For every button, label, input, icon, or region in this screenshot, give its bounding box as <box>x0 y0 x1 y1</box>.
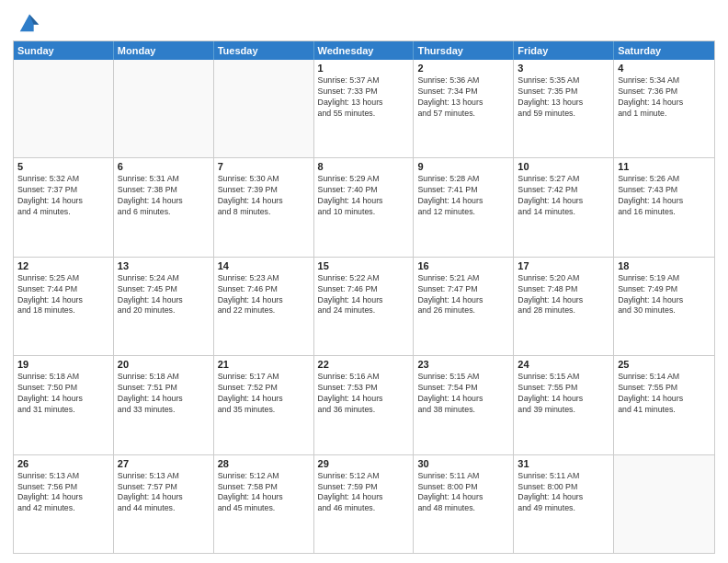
day-number: 18 <box>618 260 711 271</box>
page: SundayMondayTuesdayWednesdayThursdayFrid… <box>0 0 728 563</box>
calendar-header: SundayMondayTuesdayWednesdayThursdayFrid… <box>14 41 714 60</box>
calendar-row: 1Sunrise: 5:37 AM Sunset: 7:33 PM Daylig… <box>14 60 714 157</box>
day-number: 26 <box>17 458 109 469</box>
calendar-cell: 30Sunrise: 5:11 AM Sunset: 8:00 PM Dayli… <box>414 455 514 553</box>
calendar-row: 26Sunrise: 5:13 AM Sunset: 7:56 PM Dayli… <box>14 454 714 553</box>
day-number: 15 <box>318 260 410 271</box>
calendar-cell: 20Sunrise: 5:18 AM Sunset: 7:51 PM Dayli… <box>114 356 214 454</box>
cell-content: Sunrise: 5:35 AM Sunset: 7:35 PM Dayligh… <box>518 75 609 120</box>
calendar-cell: 29Sunrise: 5:12 AM Sunset: 7:59 PM Dayli… <box>314 455 415 553</box>
calendar-row: 19Sunrise: 5:18 AM Sunset: 7:50 PM Dayli… <box>14 355 714 454</box>
day-number: 6 <box>118 161 210 172</box>
day-number: 19 <box>17 359 109 370</box>
calendar-cell <box>14 60 114 157</box>
day-number: 13 <box>118 260 210 271</box>
day-number: 4 <box>618 63 711 74</box>
calendar-cell: 7Sunrise: 5:30 AM Sunset: 7:39 PM Daylig… <box>214 158 314 256</box>
day-number: 25 <box>618 359 711 370</box>
cell-content: Sunrise: 5:30 AM Sunset: 7:39 PM Dayligh… <box>218 174 310 218</box>
calendar-cell <box>214 60 314 157</box>
calendar-cell: 27Sunrise: 5:13 AM Sunset: 7:57 PM Dayli… <box>114 455 214 553</box>
calendar-cell: 4Sunrise: 5:34 AM Sunset: 7:36 PM Daylig… <box>614 60 714 157</box>
calendar-cell <box>614 455 714 553</box>
calendar-cell: 16Sunrise: 5:21 AM Sunset: 7:47 PM Dayli… <box>414 258 514 355</box>
calendar-cell: 1Sunrise: 5:37 AM Sunset: 7:33 PM Daylig… <box>314 60 415 157</box>
weekday-header: Monday <box>114 41 214 60</box>
logo <box>13 9 42 35</box>
cell-content: Sunrise: 5:20 AM Sunset: 7:48 PM Dayligh… <box>518 273 609 317</box>
day-number: 16 <box>417 260 509 271</box>
day-number: 10 <box>518 161 609 172</box>
cell-content: Sunrise: 5:13 AM Sunset: 7:57 PM Dayligh… <box>118 471 210 515</box>
calendar-cell: 19Sunrise: 5:18 AM Sunset: 7:50 PM Dayli… <box>14 356 114 454</box>
calendar-row: 12Sunrise: 5:25 AM Sunset: 7:44 PM Dayli… <box>14 257 714 355</box>
calendar-cell: 17Sunrise: 5:20 AM Sunset: 7:48 PM Dayli… <box>514 258 614 355</box>
calendar-cell: 31Sunrise: 5:11 AM Sunset: 8:00 PM Dayli… <box>514 455 614 553</box>
calendar: SundayMondayTuesdayWednesdayThursdayFrid… <box>13 40 715 554</box>
cell-content: Sunrise: 5:15 AM Sunset: 7:54 PM Dayligh… <box>417 372 509 416</box>
day-number: 8 <box>318 161 410 172</box>
day-number: 24 <box>518 359 609 370</box>
day-number: 20 <box>118 359 210 370</box>
cell-content: Sunrise: 5:19 AM Sunset: 7:49 PM Dayligh… <box>618 273 711 317</box>
day-number: 28 <box>218 458 310 469</box>
cell-content: Sunrise: 5:18 AM Sunset: 7:50 PM Dayligh… <box>17 372 109 416</box>
day-number: 12 <box>17 260 109 271</box>
calendar-cell: 3Sunrise: 5:35 AM Sunset: 7:35 PM Daylig… <box>514 60 614 157</box>
day-number: 29 <box>318 458 410 469</box>
calendar-cell: 6Sunrise: 5:31 AM Sunset: 7:38 PM Daylig… <box>114 158 214 256</box>
cell-content: Sunrise: 5:36 AM Sunset: 7:34 PM Dayligh… <box>417 75 509 120</box>
cell-content: Sunrise: 5:24 AM Sunset: 7:45 PM Dayligh… <box>118 273 210 317</box>
day-number: 2 <box>417 63 509 74</box>
cell-content: Sunrise: 5:13 AM Sunset: 7:56 PM Dayligh… <box>17 471 109 515</box>
calendar-cell: 24Sunrise: 5:15 AM Sunset: 7:55 PM Dayli… <box>514 356 614 454</box>
calendar-cell: 18Sunrise: 5:19 AM Sunset: 7:49 PM Dayli… <box>614 258 714 355</box>
cell-content: Sunrise: 5:25 AM Sunset: 7:44 PM Dayligh… <box>17 273 109 317</box>
day-number: 11 <box>618 161 711 172</box>
weekday-header: Friday <box>514 41 614 60</box>
day-number: 22 <box>318 359 410 370</box>
weekday-header: Sunday <box>14 41 114 60</box>
cell-content: Sunrise: 5:11 AM Sunset: 8:00 PM Dayligh… <box>518 471 609 515</box>
day-number: 7 <box>218 161 310 172</box>
day-number: 27 <box>118 458 210 469</box>
calendar-cell: 11Sunrise: 5:26 AM Sunset: 7:43 PM Dayli… <box>614 158 714 256</box>
calendar-cell: 12Sunrise: 5:25 AM Sunset: 7:44 PM Dayli… <box>14 258 114 355</box>
cell-content: Sunrise: 5:26 AM Sunset: 7:43 PM Dayligh… <box>618 174 711 218</box>
calendar-cell <box>114 60 214 157</box>
calendar-cell: 25Sunrise: 5:14 AM Sunset: 7:55 PM Dayli… <box>614 356 714 454</box>
calendar-body: 1Sunrise: 5:37 AM Sunset: 7:33 PM Daylig… <box>14 60 714 553</box>
day-number: 17 <box>518 260 609 271</box>
calendar-row: 5Sunrise: 5:32 AM Sunset: 7:37 PM Daylig… <box>14 157 714 256</box>
cell-content: Sunrise: 5:21 AM Sunset: 7:47 PM Dayligh… <box>417 273 509 317</box>
cell-content: Sunrise: 5:31 AM Sunset: 7:38 PM Dayligh… <box>118 174 210 218</box>
calendar-cell: 5Sunrise: 5:32 AM Sunset: 7:37 PM Daylig… <box>14 158 114 256</box>
cell-content: Sunrise: 5:12 AM Sunset: 7:59 PM Dayligh… <box>318 471 410 515</box>
day-number: 3 <box>518 63 609 74</box>
calendar-cell: 14Sunrise: 5:23 AM Sunset: 7:46 PM Dayli… <box>214 258 314 355</box>
cell-content: Sunrise: 5:11 AM Sunset: 8:00 PM Dayligh… <box>417 471 509 515</box>
calendar-cell: 26Sunrise: 5:13 AM Sunset: 7:56 PM Dayli… <box>14 455 114 553</box>
day-number: 31 <box>518 458 609 469</box>
cell-content: Sunrise: 5:12 AM Sunset: 7:58 PM Dayligh… <box>218 471 310 515</box>
cell-content: Sunrise: 5:15 AM Sunset: 7:55 PM Dayligh… <box>518 372 609 416</box>
cell-content: Sunrise: 5:16 AM Sunset: 7:53 PM Dayligh… <box>318 372 410 416</box>
weekday-header: Thursday <box>414 41 514 60</box>
day-number: 14 <box>218 260 310 271</box>
day-number: 21 <box>218 359 310 370</box>
calendar-cell: 22Sunrise: 5:16 AM Sunset: 7:53 PM Dayli… <box>314 356 415 454</box>
calendar-cell: 8Sunrise: 5:29 AM Sunset: 7:40 PM Daylig… <box>314 158 415 256</box>
calendar-cell: 23Sunrise: 5:15 AM Sunset: 7:54 PM Dayli… <box>414 356 514 454</box>
day-number: 30 <box>417 458 509 469</box>
calendar-cell: 13Sunrise: 5:24 AM Sunset: 7:45 PM Dayli… <box>114 258 214 355</box>
calendar-cell: 15Sunrise: 5:22 AM Sunset: 7:46 PM Dayli… <box>314 258 415 355</box>
day-number: 5 <box>17 161 109 172</box>
day-number: 23 <box>417 359 509 370</box>
cell-content: Sunrise: 5:17 AM Sunset: 7:52 PM Dayligh… <box>218 372 310 416</box>
weekday-header: Wednesday <box>314 41 415 60</box>
cell-content: Sunrise: 5:18 AM Sunset: 7:51 PM Dayligh… <box>118 372 210 416</box>
cell-content: Sunrise: 5:32 AM Sunset: 7:37 PM Dayligh… <box>17 174 109 218</box>
calendar-cell: 10Sunrise: 5:27 AM Sunset: 7:42 PM Dayli… <box>514 158 614 256</box>
logo-icon <box>17 9 42 35</box>
cell-content: Sunrise: 5:27 AM Sunset: 7:42 PM Dayligh… <box>518 174 609 218</box>
